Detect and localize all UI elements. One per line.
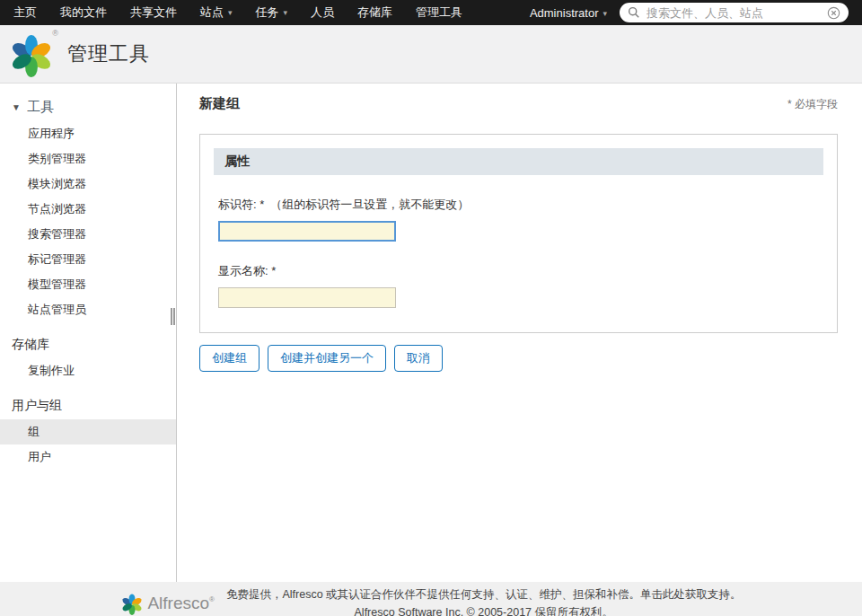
footer-logo: Alfresco®: [120, 591, 215, 616]
page-title: 新建组: [199, 95, 240, 112]
alfresco-flower-icon: [120, 592, 144, 615]
new-group-form: 标识符: *（组的标识符一旦设置，就不能更改） 显示名称: *: [214, 197, 823, 308]
nav-item-home[interactable]: 主页: [2, 0, 48, 25]
alfresco-logo: ®: [8, 31, 55, 77]
form-buttons: 创建组 创建并创建另一个 取消: [199, 345, 838, 372]
chevron-down-icon: ▾: [228, 0, 233, 25]
top-navigation-bar: 主页 我的文件 共享文件 站点▾ 任务▾ 人员 存储库 管理工具 Adminis…: [0, 0, 862, 25]
create-group-button[interactable]: 创建组: [199, 345, 259, 372]
page-footer: Alfresco® 免费提供，Alfresco 或其认证合作伙伴不提供任何支持、…: [0, 582, 862, 616]
identifier-input[interactable]: [218, 221, 396, 242]
admin-tools-sidebar: ▼工具 应用程序 类别管理器 模块浏览器 节点浏览器 搜索管理器 标记管理器 模…: [0, 84, 177, 582]
main-panel: 新建组 * 必填字段 属性 标识符: *（组的标识符一旦设置，就不能更改） 显示…: [177, 84, 862, 582]
nav-item-tasks[interactable]: 任务▾: [244, 0, 300, 25]
clear-search-icon[interactable]: [827, 6, 840, 20]
app-header: ® 管理工具: [0, 25, 862, 84]
title-row: 新建组 * 必填字段: [199, 95, 838, 112]
display-name-label: 显示名称: *: [218, 263, 823, 279]
sidebar-section-tools[interactable]: ▼工具: [0, 92, 176, 121]
sidebar-item-model-manager[interactable]: 模型管理器: [0, 272, 176, 297]
create-and-create-another-button[interactable]: 创建并创建另一个: [268, 345, 386, 372]
nav-item-shared-files[interactable]: 共享文件: [119, 0, 189, 25]
footer-notice: 免费提供，Alfresco 或其认证合作伙伴不提供任何支持、认证、维护、担保和补…: [226, 588, 742, 602]
sidebar-section-users-groups: 用户与组: [0, 392, 176, 419]
alfresco-flower-icon: [8, 31, 55, 77]
nav-item-tasks-label: 任务: [256, 5, 279, 19]
identifier-label-text: 标识符: *: [218, 198, 264, 211]
required-fields-note: * 必填字段: [787, 97, 838, 112]
nav-item-sites[interactable]: 站点▾: [189, 0, 244, 25]
twister-expanded-icon: ▼: [12, 102, 21, 112]
sidebar-item-category-manager[interactable]: 类别管理器: [0, 146, 176, 172]
sidebar-item-node-browser[interactable]: 节点浏览器: [0, 197, 176, 222]
properties-panel: 属性 标识符: *（组的标识符一旦设置，就不能更改） 显示名称: *: [199, 134, 838, 333]
sidebar-item-replication-jobs[interactable]: 复制作业: [0, 358, 176, 383]
nav-item-repository[interactable]: 存储库: [346, 0, 404, 25]
footer-notice-text: 免费提供，Alfresco 或其认证合作伙伴不提供任何支持、认证、维护、担保和补…: [226, 588, 640, 601]
display-name-label-text: 显示名称: *: [218, 264, 276, 277]
nav-item-my-files[interactable]: 我的文件: [48, 0, 119, 25]
sidebar-item-search-manager[interactable]: 搜索管理器: [0, 222, 176, 247]
identifier-hint: （组的标识符一旦设置，就不能更改）: [270, 198, 469, 211]
sidebar-item-users[interactable]: 用户: [0, 444, 176, 470]
registered-trademark: ®: [209, 595, 215, 603]
sidebar-section-repository: 存储库: [0, 330, 176, 358]
footer-copyright: Alfresco Software Inc. © 2005-2017 保留所有权…: [226, 606, 742, 616]
footer-text: 免费提供，Alfresco 或其认证合作伙伴不提供任何支持、认证、维护、担保和补…: [226, 588, 742, 616]
user-menu-label: Administrator: [530, 6, 599, 20]
chevron-down-icon: ▾: [603, 9, 607, 18]
page-app-title: 管理工具: [67, 40, 150, 67]
sidebar-section-tools-label: 工具: [27, 99, 54, 114]
global-search-box: [620, 3, 849, 22]
sidebar-item-applications[interactable]: 应用程序: [0, 121, 176, 146]
nav-item-people[interactable]: 人员: [299, 0, 346, 25]
display-name-input[interactable]: [218, 287, 396, 308]
footer-support-link[interactable]: 单击此处获取支持。: [640, 588, 742, 601]
identifier-label: 标识符: *（组的标识符一旦设置，就不能更改）: [218, 197, 823, 213]
cancel-button[interactable]: 取消: [394, 345, 443, 372]
sidebar-resize-handle[interactable]: [171, 308, 175, 325]
content-area: ▼工具 应用程序 类别管理器 模块浏览器 节点浏览器 搜索管理器 标记管理器 模…: [0, 84, 862, 582]
sidebar-item-site-admins[interactable]: 站点管理员: [0, 297, 176, 322]
footer-brand-text: Alfresco: [147, 594, 209, 612]
user-menu[interactable]: Administrator▾: [517, 6, 620, 20]
sidebar-item-groups[interactable]: 组: [0, 419, 176, 444]
registered-trademark: ®: [52, 29, 58, 38]
search-icon: [628, 6, 640, 19]
sidebar-item-tag-manager[interactable]: 标记管理器: [0, 247, 176, 272]
nav-item-admin-tools[interactable]: 管理工具: [404, 0, 474, 25]
search-input[interactable]: [646, 6, 827, 20]
sidebar-item-module-browser[interactable]: 模块浏览器: [0, 172, 176, 197]
chevron-down-icon: ▾: [284, 0, 288, 25]
nav-item-sites-label: 站点: [200, 5, 224, 19]
footer-brand: Alfresco®: [147, 594, 215, 613]
properties-panel-header: 属性: [214, 148, 823, 175]
